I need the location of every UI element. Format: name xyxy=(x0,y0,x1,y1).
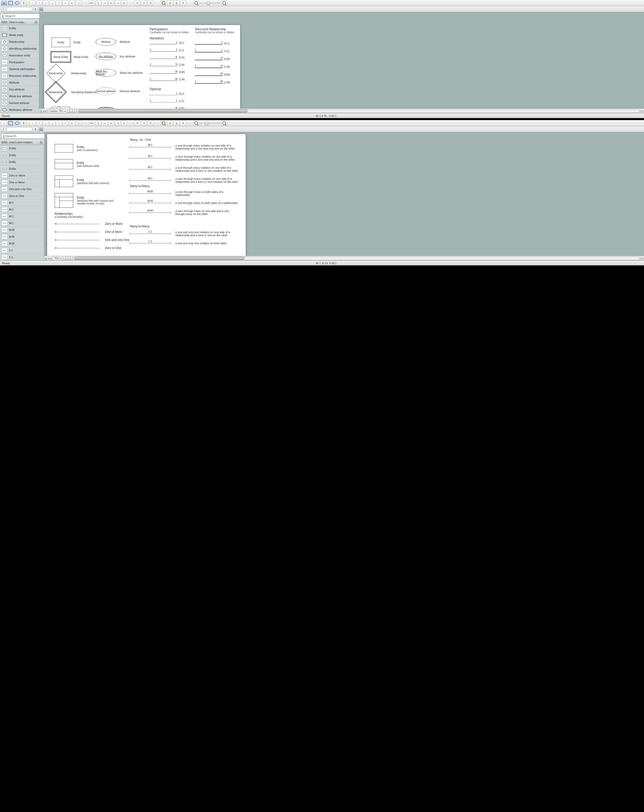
sidebar-item-6[interactable]: One and only One xyxy=(0,186,44,192)
zoom-select[interactable]: Custom 79%▾ xyxy=(48,109,67,113)
sidebar-item-6[interactable]: Optional participation xyxy=(0,66,39,73)
line-tool-1[interactable] xyxy=(88,121,94,126)
grid-view-button[interactable]: ⊞ xyxy=(33,127,38,131)
group-tool-2[interactable]: ⧉ xyxy=(141,121,147,126)
scroll-handle-icon[interactable]: ‖ xyxy=(45,257,47,260)
insert-object-tool[interactable]: ▢ xyxy=(76,0,82,6)
sidebar-item-0[interactable]: Entity xyxy=(0,25,39,32)
fit-icon[interactable]: ⊡ xyxy=(641,257,643,260)
stamp-tool[interactable]: ⎙ xyxy=(174,121,180,126)
group-tool-3[interactable]: ⧉ xyxy=(148,0,154,6)
sidebar-item-10[interactable]: Weak key attribute xyxy=(0,93,39,100)
ellipse-tool[interactable] xyxy=(14,0,20,6)
tree-view-button[interactable]: ☰ xyxy=(1,127,6,131)
rect-tool[interactable] xyxy=(8,0,14,6)
zoom-in-button[interactable] xyxy=(221,121,227,126)
sidebar-item-7[interactable]: Recursive relationship xyxy=(0,73,39,79)
line-tool-6[interactable]: ⊩ xyxy=(121,0,127,6)
sidebar-item-16[interactable]: 1:1 xyxy=(0,254,44,261)
horizontal-scrollbar[interactable] xyxy=(78,109,640,113)
sidebar-item-1[interactable]: Weak entity xyxy=(0,32,39,38)
rect-tool[interactable] xyxy=(8,121,14,126)
connector-tool-6[interactable]: ┘ xyxy=(62,0,69,6)
connector-tool-3[interactable]: ┐ xyxy=(43,0,49,6)
view-mode-buttons[interactable] xyxy=(68,109,77,113)
sidebar-item-1[interactable]: Entity xyxy=(0,152,44,159)
zoom-slider[interactable] xyxy=(203,123,221,124)
connector-tool-3[interactable]: ┐ xyxy=(43,121,49,126)
sidebar-item-5[interactable]: One or More xyxy=(0,179,44,186)
stamp-tool[interactable]: ⎙ xyxy=(174,0,180,6)
line-tool-5[interactable]: ⊣ xyxy=(115,121,121,126)
connector-tool-6[interactable]: ┘ xyxy=(62,121,69,126)
sidebar-item-5[interactable]: Participation xyxy=(0,59,39,66)
breadcrumb-field[interactable] xyxy=(6,7,32,11)
sidebar-section-header-2[interactable]: ERD, crow's foot notation xyxy=(0,140,44,145)
sidebar-search-2[interactable] xyxy=(1,133,43,139)
grid-tool[interactable] xyxy=(21,0,27,6)
hand-tool[interactable]: ✋ xyxy=(167,121,173,126)
search-button[interactable] xyxy=(39,127,43,131)
sidebar-item-0[interactable]: Entity xyxy=(0,145,44,152)
scroll-left-icon[interactable]: ◂ xyxy=(48,257,49,260)
zoom-select-2[interactable]: 75%▾ xyxy=(53,256,62,260)
line-tool-2[interactable]: ╲ xyxy=(95,121,101,126)
insert-object-tool[interactable]: ▢ xyxy=(76,121,82,126)
view-mode-buttons[interactable] xyxy=(64,256,72,260)
sidebar-item-3[interactable]: Identifying relationship xyxy=(0,45,39,52)
connector-tool-5[interactable]: └ xyxy=(56,121,62,126)
sidebar-item-10[interactable]: M:1 xyxy=(0,213,44,220)
sidebar-item-12[interactable]: Multivalue attribute xyxy=(0,107,39,113)
pointer-tool[interactable]: ▸ xyxy=(1,0,7,6)
zoom-out-button[interactable] xyxy=(193,121,199,126)
scroll-handle-icon[interactable]: ‖ xyxy=(40,110,42,113)
hand-tool[interactable]: ✋ xyxy=(167,0,173,6)
sidebar-item-2[interactable]: Relationship xyxy=(0,38,39,45)
line-tool-1[interactable] xyxy=(88,0,94,6)
sidebar-item-9[interactable]: M:1 xyxy=(0,206,44,213)
sidebar-item-13[interactable]: M:M xyxy=(0,234,44,240)
line-tool-4[interactable]: ⊢ xyxy=(108,0,114,6)
sidebar-item-4[interactable]: Zero or More xyxy=(0,172,44,179)
group-tool-1[interactable]: ⧉ xyxy=(134,0,140,6)
connector-tool-4[interactable]: ┌ xyxy=(49,121,55,126)
sidebar-item-11[interactable]: Derived attribute xyxy=(0,100,39,107)
fit-icon[interactable]: ⊡ xyxy=(641,110,643,113)
connector-tool-7[interactable]: ▸ xyxy=(69,0,75,6)
close-icon[interactable] xyxy=(35,21,38,24)
canvas-2[interactable]: Entity(with no attributes) Entity(with a… xyxy=(44,132,644,256)
sidebar-item-3[interactable]: Entity xyxy=(0,165,44,172)
search-button[interactable] xyxy=(39,7,43,11)
zoom-out-button[interactable] xyxy=(193,0,199,6)
scroll-left-icon[interactable]: ◂ xyxy=(43,110,44,113)
connector-tool-2[interactable]: └ xyxy=(36,121,42,126)
eyedropper-tool[interactable]: ✎ xyxy=(180,0,186,6)
grid-view-button[interactable]: ⊞ xyxy=(33,7,38,11)
breadcrumb-field[interactable] xyxy=(6,127,32,131)
sidebar-item-11[interactable]: M:1 xyxy=(0,220,44,227)
group-tool-1[interactable]: ⧉ xyxy=(134,121,140,126)
connector-tool-1[interactable]: ⌐ xyxy=(30,121,36,126)
line-tool-3[interactable]: ⤳ xyxy=(102,0,108,6)
line-tool-3[interactable]: ⤳ xyxy=(102,121,108,126)
zoom-in-button[interactable] xyxy=(221,0,227,6)
zoom-slider[interactable] xyxy=(203,3,221,3)
sidebar-section-header[interactable]: ERD, Chen's nota... xyxy=(0,20,39,25)
sidebar-item-4[interactable]: Associative entity xyxy=(0,52,39,59)
sidebar-search[interactable] xyxy=(0,13,42,18)
sidebar-item-2[interactable]: Entity xyxy=(0,159,44,165)
connector-tool-2[interactable]: └ xyxy=(36,0,42,6)
sidebar-item-15[interactable]: 1:1 xyxy=(0,247,44,254)
connector-tool-7[interactable]: ▸ xyxy=(69,121,75,126)
pointer-tool[interactable]: ▹ xyxy=(1,121,7,126)
line-tool-4[interactable]: ⊢ xyxy=(108,121,114,126)
line-tool-6[interactable]: ⊩ xyxy=(121,121,127,126)
ellipse-tool[interactable] xyxy=(14,121,20,126)
tree-view-button[interactable]: ☰ xyxy=(1,7,6,11)
sidebar-item-14[interactable]: M:M xyxy=(0,240,44,247)
horizontal-scrollbar-2[interactable] xyxy=(73,256,640,260)
close-icon[interactable] xyxy=(40,141,43,144)
eyedropper-tool[interactable]: ✎ xyxy=(180,121,186,126)
canvas[interactable]: EntityEntity Weak EntityWeak Entity Rela… xyxy=(39,12,644,108)
scroll-right-icon[interactable]: ▸ xyxy=(45,110,47,113)
